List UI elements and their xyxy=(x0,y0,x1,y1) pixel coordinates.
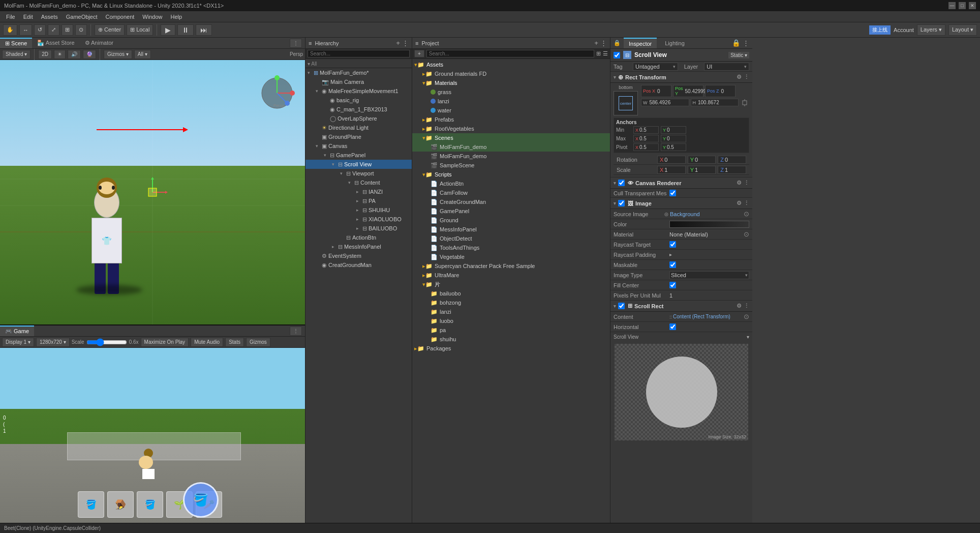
proj-scenes[interactable]: ▾📁Scenes xyxy=(412,133,610,142)
proj-actionbtn-script[interactable]: 📄ActionBtn xyxy=(412,179,610,188)
anchor-min-y[interactable]: Y 0 xyxy=(661,126,686,134)
color-swatch[interactable] xyxy=(669,221,749,228)
static-badge[interactable]: Static ▾ xyxy=(728,52,749,58)
move-tool-btn[interactable]: ↔ xyxy=(19,24,32,36)
proj-scene-1[interactable]: 🎬MolFamFun_demo xyxy=(412,142,610,152)
image-type-dropdown[interactable]: Sliced xyxy=(669,271,749,279)
tree-basic-rig[interactable]: ◉ basic_rig xyxy=(305,96,412,105)
tree-event-system[interactable]: ⚙ EventSystem xyxy=(305,251,412,260)
maskable-checkbox[interactable] xyxy=(669,261,676,268)
proj-vegetable-script[interactable]: 📄Vegetable xyxy=(412,252,610,261)
proj-bailuobo[interactable]: 📁bailuobo xyxy=(412,289,610,298)
proj-camfollow-script[interactable]: 📄CamFollow xyxy=(412,188,610,197)
scene-view[interactable]: 👕 xyxy=(0,60,305,324)
project-menu-btn[interactable]: ⋮ xyxy=(600,39,607,47)
menu-component[interactable]: Component xyxy=(101,13,138,21)
project-view-btn[interactable]: ☰ xyxy=(603,50,608,57)
tree-directional-light[interactable]: ☀ Directional Light xyxy=(305,123,412,132)
tab-animator[interactable]: ⚙ Animator xyxy=(80,38,118,48)
constraint-btn[interactable] xyxy=(740,99,749,106)
transform-tool-btn[interactable]: ⊙ xyxy=(75,24,87,36)
proj-luobo[interactable]: 📁luobo xyxy=(412,316,610,325)
proj-shuihu[interactable]: 📁shuihu xyxy=(412,335,610,344)
proj-ground-script[interactable]: 📄Ground xyxy=(412,216,610,225)
tree-pa[interactable]: ▸⊟ PA xyxy=(305,196,412,205)
scale-y-field[interactable]: Y 1 xyxy=(688,166,716,174)
tree-scene-root[interactable]: ▾ ⊞ MolFamFun_demo* xyxy=(305,68,412,77)
display-btn[interactable]: Display 1 ▾ xyxy=(2,338,34,347)
mute-audio-btn[interactable]: Mute Audio xyxy=(191,338,223,347)
inspector-lock-btn[interactable]: 🔒 xyxy=(732,39,741,47)
tree-mess-info[interactable]: ▸ ⊟ MessInfoPanel xyxy=(305,242,412,251)
proj-objectdetect-script[interactable]: 📄ObjectDetect xyxy=(412,234,610,243)
rt-more-icon[interactable]: ⋮ xyxy=(744,74,749,80)
proj-pian[interactable]: ▾📁片 xyxy=(412,280,610,289)
source-image-picker[interactable]: ⊙ xyxy=(744,210,749,218)
tree-cman[interactable]: ◉ C_man_1_FBX2013 xyxy=(305,105,412,114)
scene-settings-btn[interactable]: ⋮ xyxy=(290,39,302,48)
2d-btn[interactable]: 2D xyxy=(38,50,52,59)
active-checkbox[interactable] xyxy=(614,52,620,58)
tree-bailuobo[interactable]: ▸⊟ BAILUOBO xyxy=(305,224,412,233)
hand-tool-btn[interactable]: ✋ xyxy=(3,24,17,36)
gizmos-game-btn[interactable]: Gizmos xyxy=(246,338,270,347)
local-btn[interactable]: ⊞ Local xyxy=(127,24,153,36)
proj-supercyan[interactable]: ▸📁Supercyan Character Pack Free Sample xyxy=(412,261,610,271)
tree-scroll-view[interactable]: ▾ ⊟ Scroll View xyxy=(305,160,412,169)
scale-tool-btn[interactable]: ⤢ xyxy=(48,24,59,36)
anchor-max-y[interactable]: Y 0 xyxy=(661,135,686,142)
anchor-min-x[interactable]: X 0.5 xyxy=(633,126,659,134)
effects-btn[interactable]: 🔮 xyxy=(83,50,96,59)
action-btn[interactable]: 🪣 xyxy=(183,482,219,518)
tab-asset-store[interactable]: 🏪 Asset Store xyxy=(32,38,79,48)
tab-scene[interactable]: ⊞ Scene xyxy=(0,38,32,48)
tree-creat-ground-man[interactable]: ◉ CreatGroundMan xyxy=(305,260,412,270)
tree-canvas[interactable]: ▾ ▣ Canvas xyxy=(305,141,412,151)
scale-x-field[interactable]: X 1 xyxy=(657,166,686,174)
proj-sample-scene[interactable]: 🎬SampleScene xyxy=(412,161,610,170)
rect-tool-btn[interactable]: ⊞ xyxy=(62,24,73,36)
anchor-max-x[interactable]: X 0.5 xyxy=(633,135,659,142)
maximize-btn[interactable]: □ xyxy=(959,2,966,9)
menu-window[interactable]: Window xyxy=(138,13,166,21)
menu-assets[interactable]: Assets xyxy=(37,13,62,21)
scale-z-field[interactable]: Z 1 xyxy=(718,166,746,174)
tree-shuihu[interactable]: ▸⊟ SHUIHU xyxy=(305,205,412,215)
rt-settings-icon[interactable]: ⚙ xyxy=(737,74,742,80)
proj-scripts[interactable]: ▾📁Scripts xyxy=(412,170,610,179)
gizmos-btn[interactable]: Gizmos ▾ xyxy=(104,50,132,59)
tree-ianzi[interactable]: ▸⊟ IANZI xyxy=(305,187,412,196)
audio-btn[interactable]: 🔊 xyxy=(68,50,81,59)
rot-x-field[interactable]: X 0 xyxy=(657,156,686,164)
height-field[interactable]: H 100.8672 xyxy=(691,99,739,106)
stats-btn[interactable]: Stats xyxy=(225,338,244,347)
minimize-btn[interactable]: — xyxy=(948,2,956,9)
proj-ultramare[interactable]: ▸📁UltraMare xyxy=(412,271,610,280)
all-btn[interactable]: All ▾ xyxy=(134,50,151,59)
center-btn[interactable]: ⊕ Center xyxy=(95,24,125,36)
proj-water[interactable]: water xyxy=(412,106,610,115)
image-toggle[interactable] xyxy=(618,200,625,206)
proj-toolsandthings-script[interactable]: 📄ToolsAndThings xyxy=(412,243,610,252)
proj-ground-materials[interactable]: ▸📁Ground materials FD xyxy=(412,69,610,78)
collab-icon[interactable]: 接上线 xyxy=(869,25,891,35)
shaded-btn[interactable]: Shaded ▾ xyxy=(2,50,30,59)
pos-z-field[interactable]: Pos Z 0 xyxy=(705,85,736,97)
proj-prefabs[interactable]: ▸📁Prefabs xyxy=(412,115,610,124)
inspector-menu-btn[interactable]: ⋮ xyxy=(743,39,749,47)
proj-messinfo-script[interactable]: 📄MessInfoPanel xyxy=(412,225,610,234)
tree-overlap[interactable]: ◯ OverLapSphere xyxy=(305,114,412,123)
hud-icon-1[interactable]: 🪣 xyxy=(78,491,104,518)
menu-file[interactable]: File xyxy=(2,13,19,21)
horizontal-checkbox[interactable] xyxy=(669,323,676,330)
tree-ground-plane[interactable]: ▣ GroundPlane xyxy=(305,132,412,141)
scroll-rect-toggle[interactable] xyxy=(618,303,625,309)
layout-btn[interactable]: Layout ▾ xyxy=(948,24,977,36)
proj-root-veg[interactable]: ▸📁RootVegetables xyxy=(412,124,610,133)
proj-creategroundman-script[interactable]: 📄CreateGroundMan xyxy=(412,197,610,206)
menu-help[interactable]: Help xyxy=(166,13,186,21)
pivot-y[interactable]: Y 0.5 xyxy=(661,143,686,151)
hierarchy-menu-btn[interactable]: ⋮ xyxy=(402,39,409,47)
pause-btn[interactable]: ⏸ xyxy=(177,24,194,36)
proj-materials[interactable]: ▾📁Materials xyxy=(412,78,610,87)
